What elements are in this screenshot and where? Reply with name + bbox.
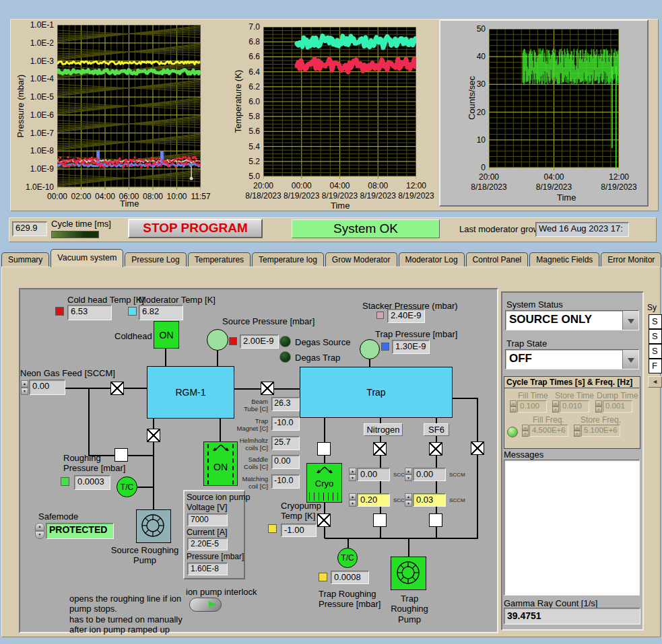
- pipe: [88, 388, 90, 456]
- edge-list-item[interactable]: S: [649, 314, 662, 329]
- cycle-freq-field-input[interactable]: 4.500E+6: [529, 425, 568, 437]
- cycle-freq-field-stepper[interactable]: ▲▼: [522, 425, 529, 437]
- spinner-arrow-icon[interactable]: ▲: [595, 400, 602, 406]
- spinner-arrow-icon[interactable]: ▲: [522, 425, 529, 431]
- tab-temperature-log[interactable]: Temperature log: [252, 252, 324, 267]
- spinner-arrow-icon[interactable]: ▲: [552, 400, 559, 406]
- rgm-trap-valve[interactable]: [261, 382, 274, 395]
- y-tick-label: 0: [449, 163, 486, 172]
- coldhead-on-button[interactable]: ON: [154, 321, 179, 349]
- spinner-arrow-icon[interactable]: ▼: [510, 406, 517, 413]
- safemode-selector[interactable]: ▲▼: [35, 523, 44, 539]
- nitrogen-flow-input[interactable]: 0.20: [357, 493, 390, 507]
- labview-front-panel: Pressure (mbar) Time Temperature (K) Tim…: [0, 0, 662, 644]
- tab-summary[interactable]: Summary: [1, 252, 49, 267]
- temperature-chart-xlabel: Time: [331, 201, 350, 211]
- cycle-time-field-input[interactable]: 0.010: [560, 400, 589, 413]
- tab-moderator-log[interactable]: Moderator Log: [399, 252, 465, 267]
- spinner-arrow-icon[interactable]: ▼: [552, 406, 559, 413]
- cryo-inlet-valve[interactable]: [317, 442, 331, 456]
- cycle-time-field-stepper[interactable]: ▲▼: [595, 400, 602, 413]
- nitrogen-lower-valve[interactable]: [373, 513, 387, 527]
- system-status-label: System Status: [506, 299, 563, 310]
- tab-pressure-log[interactable]: Pressure Log: [125, 252, 186, 267]
- neon-feed-valve[interactable]: [110, 382, 124, 395]
- degas-trap-led[interactable]: [279, 351, 291, 363]
- tab-grow-moderator[interactable]: Grow Moderator: [325, 252, 397, 267]
- roughing-pressure-value: 0.0003: [74, 475, 110, 490]
- y-tick-label: 5.6: [223, 127, 260, 136]
- trap-state-value: OFF: [506, 350, 622, 369]
- system-status-dropdown-button[interactable]: [622, 311, 638, 330]
- nitrogen-flow-stepper[interactable]: ▲▼: [349, 493, 356, 507]
- coil-readout-value: -10.0: [271, 417, 300, 431]
- sf6-valve[interactable]: [429, 442, 442, 456]
- system-status-dropdown[interactable]: SOURCE ONLY: [505, 310, 639, 330]
- edge-list-item[interactable]: S: [649, 329, 662, 344]
- neon-gas-feed-stepper[interactable]: ▲▼: [21, 380, 28, 395]
- sf6-flow-input[interactable]: 0.03: [413, 493, 446, 507]
- ion-pump-on-button[interactable]: ON: [203, 441, 238, 486]
- cycle-time-field-input[interactable]: 0.001: [603, 400, 632, 413]
- pressure-plot-area: [57, 25, 201, 193]
- sf6-set-stepper[interactable]: ▲▼: [405, 468, 412, 481]
- y-tick-label: 5.0: [223, 172, 260, 181]
- source-pressure-label: Source Pressure [mbar]: [222, 316, 315, 326]
- trap-roughing-valve[interactable]: [471, 441, 484, 455]
- ion-pump-voltage-value: 7000: [187, 513, 228, 526]
- trap-vessel: Trap: [300, 367, 453, 418]
- cycle-time-field-stepper[interactable]: ▲▼: [510, 400, 517, 413]
- degas-source-led[interactable]: [279, 336, 291, 347]
- sf6-flow-stepper[interactable]: ▲▼: [405, 493, 412, 507]
- cycle-trap-led[interactable]: [507, 427, 518, 437]
- cryo-label: Cryo: [315, 478, 333, 489]
- source-roughing-pump-label: Source Roughing Pump: [108, 545, 182, 566]
- tab-magnetic-fields[interactable]: Magnetic Fields: [529, 252, 599, 267]
- cold-head-temp-value: 6.53: [67, 305, 112, 320]
- trap-roughing-pump-symbol: [391, 557, 426, 590]
- stop-program-button[interactable]: STOP PROGRAM: [128, 219, 263, 238]
- pipe: [380, 481, 381, 493]
- system-status-value: SOURCE ONLY: [506, 311, 622, 330]
- trap-roughing-pressure-label: Trap Roughing Pressure [mbar]: [319, 589, 380, 610]
- source-roughing-valve[interactable]: [147, 429, 160, 442]
- ion-pump-current-label: Current [A]: [187, 528, 227, 537]
- coil-readout-value: 0.00: [271, 455, 300, 469]
- cycle-time-field-stepper[interactable]: ▲▼: [552, 400, 559, 413]
- edge-list-item[interactable]: S: [649, 344, 662, 359]
- ion-pump-state: ON: [213, 462, 228, 472]
- spinner-arrow-icon[interactable]: ▼: [574, 431, 581, 437]
- sf6-lower-valve[interactable]: [429, 513, 442, 527]
- last-moderator-label: Last moderator grown: [459, 224, 544, 234]
- spinner-arrow-icon[interactable]: ▲: [510, 400, 517, 406]
- cycle-freq-field-stepper[interactable]: ▲▼: [574, 425, 581, 437]
- spinner-arrow-icon[interactable]: ▼: [595, 406, 602, 413]
- ion-pump-interlock-switch[interactable]: [189, 598, 222, 612]
- y-tick-label: 5.2: [223, 157, 260, 166]
- cycle-freq-field-input[interactable]: 5.100E+6: [581, 425, 620, 437]
- nitrogen-set-input[interactable]: 0.00: [357, 468, 390, 481]
- tab-error-monitor[interactable]: Error Monitor: [601, 252, 661, 267]
- trap-state-dropdown[interactable]: OFF: [505, 349, 639, 369]
- spinner-arrow-icon[interactable]: ▼: [522, 431, 529, 437]
- tab-temperatures[interactable]: Temperatures: [188, 252, 251, 267]
- edge-panel-button[interactable]: ◄: [648, 376, 662, 388]
- cycle-time-field-input[interactable]: 0.100: [517, 400, 547, 413]
- sf6-set-input[interactable]: 0.00: [413, 468, 446, 481]
- ion-pump-interlock-label: ion pump interlock: [186, 587, 257, 597]
- tab-control-panel[interactable]: Control Panel: [466, 252, 529, 267]
- cycle-time-field-label: Dump Time: [597, 391, 638, 400]
- nitrogen-valve[interactable]: [373, 442, 387, 456]
- cycle-time-field-label: Fill Time: [518, 391, 548, 400]
- neon-gas-feed-input[interactable]: 0.00: [29, 380, 65, 395]
- gamma-ray-count-value: 39.4751: [504, 608, 640, 624]
- trap-state-dropdown-button[interactable]: [622, 350, 638, 369]
- safemode-label: Safemode: [38, 511, 78, 522]
- spinner-arrow-icon[interactable]: ▲: [574, 425, 581, 431]
- messages-label: Messages: [504, 450, 543, 460]
- safemode-value[interactable]: PROTECTED: [46, 523, 114, 539]
- y-tick-label: 50: [449, 24, 486, 34]
- edge-list-item[interactable]: F: [649, 359, 662, 373]
- nitrogen-set-stepper[interactable]: ▲▼: [349, 468, 356, 481]
- tab-vacuum-system[interactable]: Vacuum system: [51, 249, 123, 267]
